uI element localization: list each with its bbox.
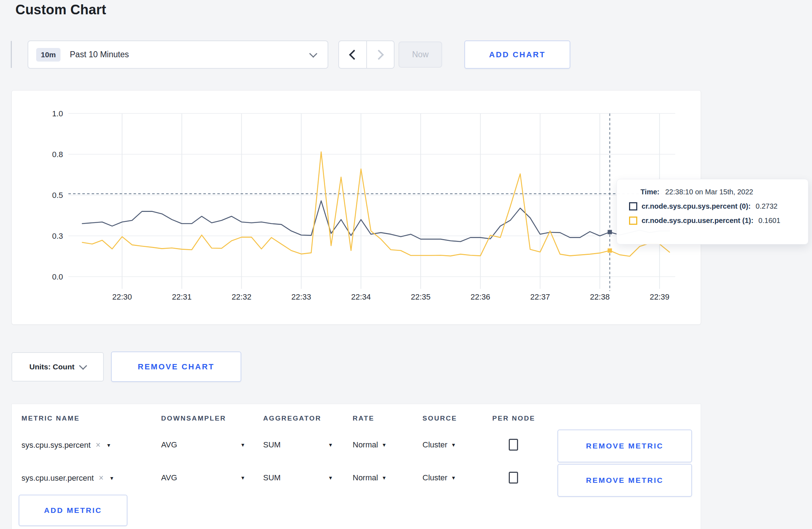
tooltip-series-label: cr.node.sys.cpu.sys.percent (0): [642,202,751,210]
tooltip-time-row: Time: 22:38:10 on Mar 15th, 2022 [641,188,801,196]
rate-select[interactable]: Normal ▼ [353,473,387,482]
prev-time-button[interactable] [339,41,367,68]
tooltip-series-row: cr.node.sys.cpu.user.percent (1): 0.1601 [629,217,801,225]
chevron-down-icon [309,49,318,58]
tooltip-series-value: 0.2732 [756,202,778,210]
downsampler-select[interactable]: AVG ▼ [161,440,245,450]
add-metric-button[interactable]: ADD METRIC [19,495,127,526]
time-range-dropdown[interactable]: 10m Past 10 Minutes [28,40,328,69]
downsampler-select[interactable]: AVG ▼ [161,473,245,482]
x-axis-tick-label: 22:39 [650,292,670,301]
remove-chart-button[interactable]: REMOVE CHART [111,351,241,382]
x-axis-tick-label: 22:31 [172,292,192,301]
caret-down-icon: ▼ [240,475,245,481]
header-per-node: PER NODE [492,414,535,422]
tooltip-series-label: cr.node.sys.cpu.user.percent (1): [642,217,753,225]
sys-series-swatch-icon [629,202,637,210]
metric-name-select[interactable]: sys.cpu.user.percent × ▼ [21,473,114,483]
caret-down-icon: ▼ [451,475,456,481]
source-select[interactable]: Cluster ▼ [422,473,456,482]
y-axis-tick-label: 0.0 [52,272,63,281]
tooltip-series-row: cr.node.sys.cpu.sys.percent (0): 0.2732 [629,202,801,210]
caret-down-icon: ▼ [382,475,387,481]
caret-down-icon: ▼ [109,475,114,481]
aggregator-select[interactable]: SUM ▼ [263,473,333,482]
aggregator-value: SUM [263,473,281,482]
hover-marker-icon [608,230,612,234]
chart-tooltip: Time: 22:38:10 on Mar 15th, 2022 cr.node… [617,179,808,244]
tooltip-time-label: Time: [641,188,659,196]
metric-name-value: sys.cpu.user.percent [21,474,94,483]
aggregator-value: SUM [263,440,281,450]
caret-down-icon: ▼ [106,442,111,448]
source-select[interactable]: Cluster ▼ [422,440,456,450]
units-dropdown[interactable]: Units: Count [11,352,104,382]
x-axis-tick-label: 22:38 [590,292,610,301]
rate-value: Normal [353,440,378,450]
chart-card: 1.00.80.50.30.022:3022:3122:3222:3322:34… [11,90,701,325]
series-line-1 [82,152,670,256]
chart-canvas[interactable]: 1.00.80.50.30.022:3022:3122:3222:3322:34… [12,91,701,324]
x-axis-tick-label: 22:35 [411,292,430,301]
custom-chart-page: { "page": {"title": "Custom Chart"}, "to… [0,0,812,529]
metric-name-value: sys.cpu.sys.percent [21,441,91,450]
x-axis-tick-label: 22:30 [112,292,132,301]
time-range-label: Past 10 Minutes [70,50,129,59]
header-downsampler: DOWNSAMPLER [161,414,226,422]
per-node-checkbox[interactable] [509,439,518,451]
aggregator-select[interactable]: SUM ▼ [263,440,333,450]
header-aggregator: AGGREGATOR [263,414,322,422]
clear-metric-icon[interactable]: × [99,473,103,483]
rate-value: Normal [353,473,378,482]
caret-down-icon: ▼ [328,475,333,481]
x-axis-tick-label: 22:36 [470,292,490,301]
hover-marker-icon [608,248,612,253]
chevron-right-icon [374,49,384,59]
header-source: SOURCE [422,414,457,422]
chevron-left-icon [349,49,359,59]
per-node-checkbox[interactable] [509,472,518,484]
time-range-badge: 10m [36,48,61,62]
tooltip-time-value: 22:38:10 on Mar 15th, 2022 [665,188,753,196]
remove-metric-button[interactable]: REMOVE METRIC [557,464,692,497]
caret-down-icon: ▼ [240,442,245,448]
clear-metric-icon[interactable]: × [96,440,100,450]
header-rate: RATE [353,414,374,422]
caret-down-icon: ▼ [328,442,333,448]
next-time-button[interactable] [367,41,394,68]
chevron-down-icon [79,362,87,370]
toolbar-divider [11,41,12,68]
user-series-swatch-icon [629,217,637,225]
units-label: Units: Count [29,363,74,371]
x-axis-tick-label: 22:32 [232,292,251,301]
x-axis-tick-label: 22:34 [351,292,371,301]
remove-metric-button[interactable]: REMOVE METRIC [557,429,692,462]
y-axis-tick-label: 1.0 [52,109,63,118]
caret-down-icon: ▼ [451,442,456,448]
downsampler-value: AVG [161,473,177,482]
source-value: Cluster [422,473,448,482]
header-metric-name: METRIC NAME [21,414,80,422]
y-axis-tick-label: 0.5 [52,191,63,200]
source-value: Cluster [422,440,448,450]
y-axis-tick-label: 0.8 [52,150,63,159]
add-chart-button[interactable]: ADD CHART [464,40,570,69]
time-nav-group [338,40,395,69]
metric-name-select[interactable]: sys.cpu.sys.percent × ▼ [21,440,111,450]
caret-down-icon: ▼ [382,442,387,448]
tooltip-series-value: 0.1601 [758,217,780,225]
now-button[interactable]: Now [398,42,442,68]
x-axis-tick-label: 22:37 [530,292,550,301]
rate-select[interactable]: Normal ▼ [353,440,387,450]
page-title: Custom Chart [15,2,106,18]
y-axis-tick-label: 0.3 [52,232,63,241]
x-axis-tick-label: 22:33 [291,292,311,301]
downsampler-value: AVG [161,440,177,450]
